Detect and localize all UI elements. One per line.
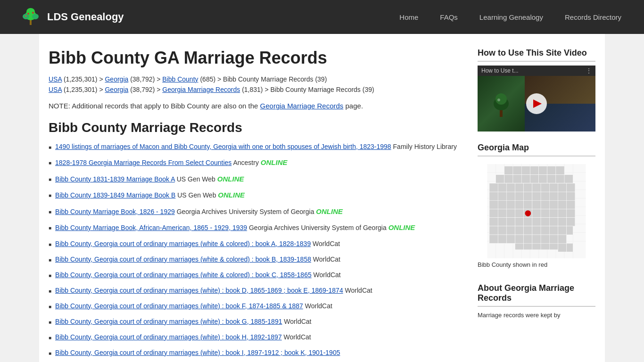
svg-rect-79 xyxy=(541,200,549,209)
nav-records[interactable]: Records Directory xyxy=(561,11,625,24)
record-content-1: 1828-1978 Georgia Marriage Records From … xyxy=(55,157,287,168)
logo-area[interactable]: LDS Genealogy xyxy=(19,5,124,29)
list-item: Bibb County, Georgia court of ordinary m… xyxy=(49,317,463,327)
video-bg-left xyxy=(478,76,525,132)
list-item: Bibb County, Georgia court of ordinary m… xyxy=(49,239,463,249)
list-item: Bibb County Marriage Book, 1826 - 1929 G… xyxy=(49,206,463,217)
nav-faqs[interactable]: FAQs xyxy=(436,11,462,24)
video-body xyxy=(478,76,595,132)
breadcrumb-bibb-1[interactable]: Bibb County xyxy=(162,75,198,83)
svg-rect-111 xyxy=(558,226,566,235)
record-link-9[interactable]: Bibb County, Georgia court of ordinary m… xyxy=(55,287,343,294)
record-content-12: Bibb County, Georgia court of ordinary m… xyxy=(55,332,311,342)
map-caption: Bibb County shown in red xyxy=(478,261,595,268)
breadcrumb-1: USA (1,235,301) > Georgia (38,792) > Bib… xyxy=(49,75,463,83)
svg-rect-117 xyxy=(524,235,532,243)
record-link-1[interactable]: 1828-1978 Georgia Marriage Records From … xyxy=(55,159,231,166)
record-link-12[interactable]: Bibb County, Georgia court of ordinary m… xyxy=(55,333,282,341)
nav-learning[interactable]: Learning Genealogy xyxy=(476,11,547,24)
logo-icon xyxy=(19,5,42,29)
svg-rect-95 xyxy=(506,218,515,226)
svg-rect-37 xyxy=(539,166,547,175)
svg-rect-61 xyxy=(558,183,566,192)
record-link-3[interactable]: Bibb County 1839-1849 Marriage Book B xyxy=(55,191,175,199)
svg-rect-76 xyxy=(515,200,524,209)
video-inner: How to Use t... ⋮ xyxy=(478,66,595,132)
svg-rect-113 xyxy=(489,235,498,243)
svg-rect-102 xyxy=(567,218,575,226)
record-content-11: Bibb County, Georgia court of ordinary m… xyxy=(55,317,311,327)
svg-rect-68 xyxy=(532,192,541,200)
svg-rect-119 xyxy=(541,235,549,243)
list-item: Bibb County, Georgia court of ordinary m… xyxy=(49,255,463,264)
about-section-title: About Georgia Marriage Records xyxy=(478,283,595,307)
page-wrapper: Bibb County GA Marriage Records USA (1,2… xyxy=(39,34,605,362)
record-link-4[interactable]: Bibb County Marriage Book, 1826 - 1929 xyxy=(55,208,175,215)
list-item: Bibb County, Georgia court of ordinary m… xyxy=(49,348,463,358)
svg-rect-88 xyxy=(532,209,541,217)
svg-rect-116 xyxy=(515,235,524,243)
svg-rect-43 xyxy=(521,175,530,183)
record-content-8: Bibb County, Georgia court of ordinary m… xyxy=(55,270,341,280)
main-nav: Home FAQs Learning Genealogy Records Dir… xyxy=(396,11,625,24)
svg-rect-66 xyxy=(515,192,524,200)
record-link-8[interactable]: Bibb County, Georgia court of ordinary m… xyxy=(55,271,312,279)
svg-rect-91 xyxy=(558,209,566,217)
svg-rect-75 xyxy=(506,200,515,209)
record-link-11[interactable]: Bibb County, Georgia court of ordinary m… xyxy=(55,318,282,325)
svg-rect-99 xyxy=(541,218,549,226)
breadcrumb-usa-1[interactable]: USA xyxy=(49,75,62,83)
online-badge: ONLINE xyxy=(218,191,245,199)
breadcrumb-georgia-1[interactable]: Georgia xyxy=(105,75,128,83)
svg-rect-124 xyxy=(532,243,541,250)
records-list: 1490 listings of marriages of Macon and … xyxy=(49,142,463,358)
svg-rect-85 xyxy=(506,209,515,217)
record-link-13[interactable]: Bibb County, Georgia court of ordinary m… xyxy=(55,349,340,356)
svg-point-6 xyxy=(27,13,29,15)
svg-rect-115 xyxy=(506,235,515,243)
page-title: Bibb County GA Marriage Records xyxy=(49,48,463,68)
record-content-10: Bibb County, Georgia court of ordinary m… xyxy=(55,301,332,311)
play-button[interactable] xyxy=(526,93,547,114)
svg-rect-93 xyxy=(489,218,498,226)
record-link-2[interactable]: Bibb County 1831-1839 Marriage Book A xyxy=(55,175,175,183)
svg-rect-56 xyxy=(515,183,524,192)
nav-home[interactable]: Home xyxy=(396,11,422,24)
svg-rect-110 xyxy=(549,226,558,235)
svg-rect-59 xyxy=(541,183,549,192)
svg-rect-122 xyxy=(515,243,524,250)
section-title: Bibb County Marriage Records xyxy=(49,120,463,135)
online-badge: ONLINE xyxy=(388,223,415,231)
list-item: 1490 listings of marriages of Macon and … xyxy=(49,142,463,152)
georgia-map-container: Bibb County shown in red xyxy=(478,160,595,272)
main-content: Bibb County GA Marriage Records USA (1,2… xyxy=(49,48,463,362)
svg-rect-100 xyxy=(549,218,558,226)
record-content-2: Bibb County 1831-1839 Marriage Book A US… xyxy=(55,174,244,185)
record-link-10[interactable]: Bibb County, Georgia court of ordinary m… xyxy=(55,302,303,310)
record-link-7[interactable]: Bibb County, Georgia court of ordinary m… xyxy=(55,255,311,263)
list-item: Bibb County Marriage Book, African-Ameri… xyxy=(49,222,463,233)
list-item: Bibb County, Georgia court of ordinary m… xyxy=(49,332,463,342)
breadcrumb-georgia-2[interactable]: Georgia xyxy=(105,86,128,93)
svg-rect-48 xyxy=(564,175,573,183)
video-thumbnail[interactable]: How to Use t... ⋮ xyxy=(478,66,595,132)
record-link-6[interactable]: Bibb County, Georgia court of ordinary m… xyxy=(55,240,311,247)
svg-rect-89 xyxy=(541,209,549,217)
svg-rect-72 xyxy=(567,192,575,200)
breadcrumb-ga-marriage[interactable]: Georgia Marriage Records xyxy=(162,86,240,93)
breadcrumb-usa-2[interactable]: USA xyxy=(49,86,62,93)
svg-rect-54 xyxy=(498,183,506,192)
video-top-bar: How to Use t... ⋮ xyxy=(478,66,595,76)
svg-rect-127 xyxy=(558,243,566,252)
record-content-3: Bibb County 1839-1849 Marriage Book B US… xyxy=(55,190,245,201)
record-suffix-3: US Gen Web xyxy=(175,191,218,199)
record-link-0[interactable]: 1490 listings of marriages of Macon and … xyxy=(55,143,391,150)
svg-rect-106 xyxy=(515,226,524,235)
ga-marriage-link[interactable]: Georgia Marriage Records xyxy=(260,102,344,110)
record-link-5[interactable]: Bibb County Marriage Book, African-Ameri… xyxy=(55,224,247,231)
svg-rect-64 xyxy=(498,192,506,200)
breadcrumb-2: USA (1,235,301) > Georgia (38,792) > Geo… xyxy=(49,86,463,93)
svg-rect-70 xyxy=(549,192,558,200)
svg-rect-125 xyxy=(541,243,549,250)
svg-rect-101 xyxy=(558,218,566,226)
